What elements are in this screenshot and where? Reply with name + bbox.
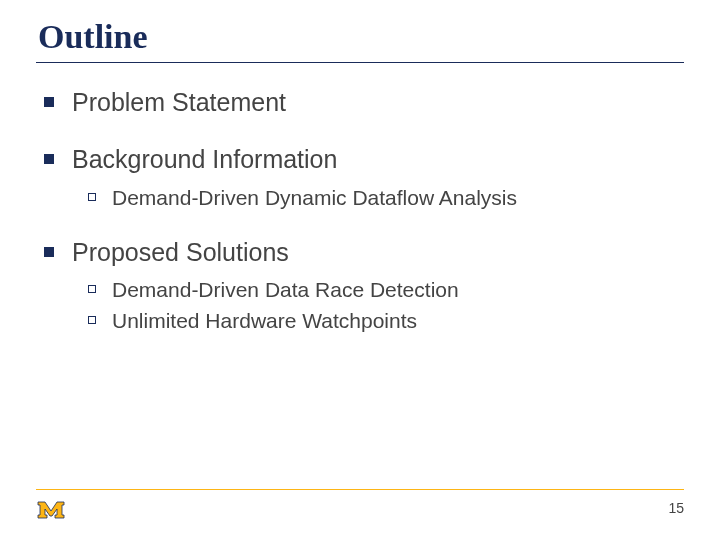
square-bullet-icon [44, 154, 54, 164]
list-item: Background Information [44, 144, 684, 175]
slide: Outline Problem Statement Background Inf… [0, 0, 720, 540]
list-item-label: Proposed Solutions [72, 237, 289, 268]
sublist: Demand-Driven Data Race Detection Unlimi… [88, 276, 684, 335]
hollow-square-bullet-icon [88, 316, 96, 324]
list-item-label: Problem Statement [72, 87, 286, 118]
michigan-logo-icon [36, 500, 66, 520]
hollow-square-bullet-icon [88, 193, 96, 201]
square-bullet-icon [44, 97, 54, 107]
list-item-label: Demand-Driven Dynamic Dataflow Analysis [112, 184, 517, 211]
square-bullet-icon [44, 247, 54, 257]
page-number: 15 [668, 500, 684, 516]
slide-footer: 15 [36, 489, 684, 520]
list-item: Demand-Driven Dynamic Dataflow Analysis [88, 184, 684, 211]
slide-body: Problem Statement Background Information… [36, 87, 684, 335]
list-item: Unlimited Hardware Watchpoints [88, 307, 684, 334]
hollow-square-bullet-icon [88, 285, 96, 293]
slide-title: Outline [36, 18, 684, 56]
list-item: Problem Statement [44, 87, 684, 118]
list-item-label: Unlimited Hardware Watchpoints [112, 307, 417, 334]
title-rule [36, 62, 684, 63]
list-item-label: Background Information [72, 144, 337, 175]
list-item: Demand-Driven Data Race Detection [88, 276, 684, 303]
list-item: Proposed Solutions [44, 237, 684, 268]
list-item-label: Demand-Driven Data Race Detection [112, 276, 459, 303]
sublist: Demand-Driven Dynamic Dataflow Analysis [88, 184, 684, 211]
